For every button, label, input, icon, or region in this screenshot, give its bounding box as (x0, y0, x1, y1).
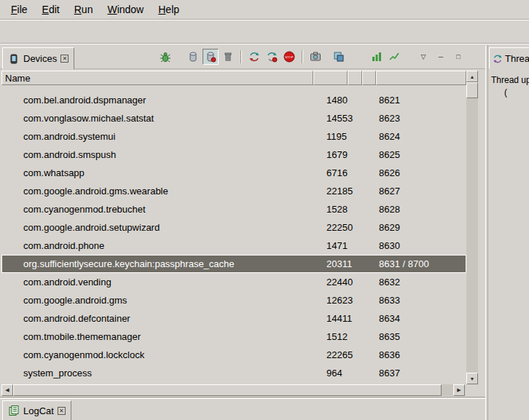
sysinfo-trend-button[interactable] (386, 49, 402, 65)
table-row[interactable]: com.google.android.setupwizard222508629 (1, 218, 466, 237)
devices-toolbar: STOP ▽ ─ □ (157, 49, 466, 65)
process-name: com.google.android.setupwizard (1, 218, 307, 237)
process-pid: 1195 (326, 127, 347, 146)
process-pid: 1512 (326, 328, 348, 346)
maximize-button[interactable]: □ (450, 49, 466, 65)
tab-logcat[interactable]: LogCat ✕ (2, 400, 71, 420)
minimize-icon: ─ (439, 53, 443, 60)
process-port: 8631 / 8700 (379, 255, 429, 273)
process-port: 8629 (379, 218, 400, 237)
process-pid: 1480 (326, 91, 348, 109)
column-header-spacer1[interactable] (348, 71, 362, 85)
menu-file[interactable]: File (4, 1, 35, 17)
start-method-profiling-button[interactable] (264, 49, 280, 65)
menu-edit[interactable]: Edit (35, 1, 67, 17)
process-name: org.sufficientlysecure.keychain:passphra… (1, 255, 307, 273)
table-row[interactable]: com.google.android.gms.wearable221858627 (1, 182, 466, 200)
table-row[interactable]: com.google.android.gms126238633 (1, 291, 466, 309)
scroll-up-icon[interactable]: ▲ (466, 71, 478, 82)
view-hierarchy-button[interactable] (331, 49, 347, 65)
threads-tab-bar: Threa (488, 45, 529, 69)
table-row[interactable]: com.android.vending224408632 (1, 273, 466, 291)
minimize-button[interactable]: ─ (433, 49, 449, 65)
process-port: 8628 (379, 200, 400, 218)
table-row[interactable]: com.vonglasow.michael.satstat145538623 (1, 109, 466, 127)
column-header-port[interactable] (376, 71, 466, 85)
process-name: com.cyanogenmod.trebuchet (1, 200, 307, 218)
maximize-icon: □ (456, 53, 460, 60)
toolbar-separator (302, 50, 303, 63)
cause-gc-button[interactable] (220, 49, 236, 65)
table-row[interactable]: org.sufficientlysecure.keychain:passphra… (1, 255, 466, 273)
table-row[interactable]: com.android.phone14718630 (1, 237, 466, 255)
tab-threads-label: Threa (505, 53, 529, 64)
process-name: com.whatsapp (1, 164, 307, 182)
table-row[interactable]: com.cyanogenmod.lockclock222658636 (1, 346, 466, 364)
process-pid: 14411 (326, 309, 352, 328)
threads-icon (493, 54, 503, 64)
table-row[interactable]: com.whatsapp67168626 (1, 164, 466, 182)
process-port: 8635 (379, 328, 400, 346)
tab-threads[interactable]: Threa (489, 47, 529, 69)
process-pid: 1528 (326, 200, 348, 218)
table-row[interactable]: com.tmobile.thememanager15128635 (1, 328, 466, 346)
table-row[interactable]: com.cyanogenmod.trebuchet15288628 (1, 200, 466, 218)
table-row[interactable]: com.android.smspush16798625 (1, 146, 466, 164)
scroll-left-icon[interactable]: ◀ (1, 384, 13, 396)
vertical-scrollbar[interactable]: ▲ ▼ (466, 71, 478, 384)
process-port: 8634 (379, 309, 400, 328)
vertical-scrollbar-thumb[interactable] (466, 82, 478, 98)
process-pid: 22250 (326, 218, 353, 237)
toolbar-groove (0, 43, 529, 44)
logcat-icon (8, 405, 20, 416)
camera-icon (310, 51, 321, 63)
stop-process-button[interactable]: STOP (281, 49, 297, 65)
process-name: com.android.phone (1, 237, 307, 255)
scroll-down-icon[interactable]: ▼ (466, 373, 478, 384)
process-pid: 6716 (326, 164, 348, 182)
column-header-name[interactable]: Name (1, 71, 313, 85)
process-port: 8627 (379, 182, 400, 200)
view-menu-button[interactable]: ▽ (415, 49, 431, 65)
column-header-pid[interactable] (313, 71, 348, 85)
process-pid: 1679 (326, 146, 348, 164)
process-pid: 22440 (326, 273, 353, 291)
update-threads-button[interactable] (246, 49, 262, 65)
table-row[interactable]: system_process9648637 (1, 364, 466, 382)
process-pid: 22265 (326, 346, 353, 364)
process-name: system_process (1, 364, 307, 382)
threads-message-line2: ( (491, 87, 529, 99)
close-icon[interactable]: ✕ (60, 55, 68, 63)
scroll-right-icon[interactable]: ▶ (453, 384, 465, 396)
profiling-arrows-icon (266, 51, 278, 63)
threads-message-line1: Thread up (491, 75, 529, 85)
process-pid: 20311 (326, 255, 352, 273)
process-name: com.bel.android.dspmanager (1, 91, 307, 109)
dump-hprof-button[interactable] (203, 49, 219, 65)
screen-capture-button[interactable] (307, 49, 324, 65)
devices-tab-bar: Devices ✕ STOP (0, 45, 485, 69)
process-name: com.google.android.gms (1, 291, 307, 309)
tab-devices[interactable]: Devices ✕ (2, 47, 74, 69)
table-row[interactable]: com.android.systemui11958624 (1, 127, 466, 146)
process-port: 8632 (379, 273, 400, 291)
menu-bar: File Edit Run Window Help (0, 0, 529, 20)
close-icon[interactable]: ✕ (58, 407, 66, 415)
table-row[interactable]: com.bel.android.dspmanager14808621 (1, 91, 466, 109)
horizontal-scrollbar[interactable]: ◀ ▶ (1, 384, 465, 396)
table-row[interactable]: com.android.defcontainer144118634 (1, 309, 466, 328)
menu-run[interactable]: Run (67, 1, 101, 17)
menu-window[interactable]: Window (100, 1, 151, 17)
menu-help[interactable]: Help (151, 1, 187, 17)
process-port: 8636 (379, 346, 400, 364)
update-heap-button[interactable] (185, 49, 201, 65)
threads-arrows-icon (248, 51, 260, 63)
threads-panel: Threa Thread up ( (488, 45, 529, 420)
tab-logcat-label: LogCat (23, 405, 54, 416)
horizontal-scrollbar-thumb[interactable] (13, 384, 442, 396)
process-pid: 14553 (326, 109, 353, 127)
column-header-spacer2[interactable] (362, 71, 376, 85)
debug-bug-icon (160, 51, 171, 63)
sysinfo-bars-button[interactable] (369, 49, 385, 65)
debug-process-button[interactable] (157, 49, 173, 65)
